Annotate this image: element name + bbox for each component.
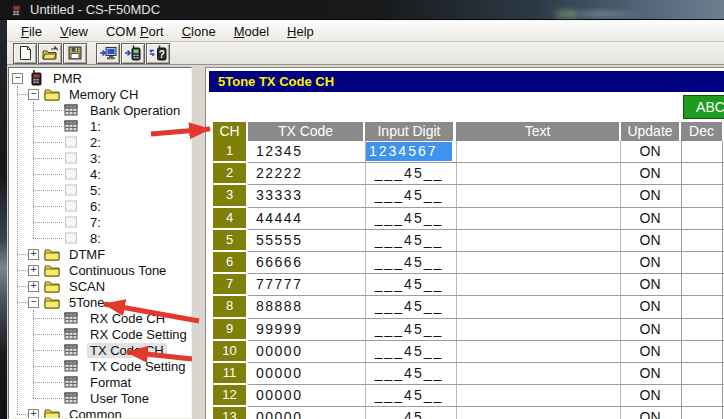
tree-expand-toggle[interactable]: +: [28, 409, 39, 419]
tree-item-2[interactable]: 2:: [9, 134, 191, 150]
update-cell[interactable]: ON: [621, 185, 679, 206]
update-cell[interactable]: ON: [621, 274, 679, 295]
input-digit-cell[interactable]: ___45__: [366, 185, 452, 206]
input-digit-cell[interactable]: ___45__: [366, 385, 452, 406]
tree-item-pmr[interactable]: − PMR: [9, 70, 191, 86]
tx-code-cell[interactable]: 44444: [248, 208, 363, 229]
tree-expand-toggle[interactable]: +: [28, 265, 39, 276]
input-digit-cell[interactable]: ___45__: [366, 319, 452, 340]
tree-item-common[interactable]: + Common: [9, 406, 191, 419]
update-cell[interactable]: ON: [621, 407, 679, 419]
text-cell[interactable]: [456, 296, 619, 317]
tree-item-scan[interactable]: + SCAN: [9, 278, 191, 294]
text-cell[interactable]: [456, 341, 619, 362]
tree-item-3[interactable]: 3:: [9, 150, 191, 166]
input-digit-cell[interactable]: 1234567: [366, 142, 452, 161]
update-cell[interactable]: ON: [621, 163, 679, 184]
tree-expand-toggle[interactable]: +: [28, 249, 39, 260]
update-cell[interactable]: ON: [621, 363, 679, 384]
tree-expand-toggle[interactable]: −: [28, 297, 39, 308]
open-button[interactable]: [38, 43, 62, 64]
row-header-ch[interactable]: 12: [213, 385, 246, 405]
input-digit-cell[interactable]: ___45__: [366, 274, 452, 295]
tree-item-rx-code-ch[interactable]: RX Code CH: [9, 310, 191, 326]
clone-write-button[interactable]: [121, 43, 145, 64]
update-cell[interactable]: ON: [621, 319, 679, 340]
row-header-ch[interactable]: 11: [213, 363, 246, 383]
tx-code-cell[interactable]: 99999: [248, 319, 363, 340]
tx-code-cell[interactable]: 00000: [248, 363, 363, 384]
text-cell[interactable]: [456, 385, 619, 406]
tx-code-cell[interactable]: 00000: [248, 341, 363, 362]
dec-cell[interactable]: [681, 208, 722, 229]
tx-code-cell[interactable]: 22222: [248, 163, 363, 184]
input-digit-cell[interactable]: ___45__: [366, 341, 452, 362]
text-cell[interactable]: [456, 407, 619, 419]
update-cell[interactable]: ON: [621, 141, 679, 162]
text-cell[interactable]: [456, 363, 619, 384]
row-header-ch[interactable]: 1: [213, 141, 246, 161]
abc-toggle-button[interactable]: ABC: [683, 95, 724, 119]
text-cell[interactable]: [456, 274, 619, 295]
dec-cell[interactable]: [681, 363, 722, 384]
dec-cell[interactable]: [681, 163, 722, 184]
update-cell[interactable]: ON: [621, 296, 679, 317]
input-digit-cell[interactable]: ___45__: [366, 163, 452, 184]
tx-code-cell[interactable]: 77777: [248, 274, 363, 295]
row-header-ch[interactable]: 10: [213, 341, 246, 361]
app-icon[interactable]: [8, 2, 24, 18]
tree-item-4[interactable]: 4:: [9, 166, 191, 182]
input-digit-cell[interactable]: ___45__: [366, 230, 452, 251]
update-cell[interactable]: ON: [621, 230, 679, 251]
row-header-ch[interactable]: 5: [213, 230, 246, 250]
tx-code-cell[interactable]: 00000: [248, 407, 363, 419]
tree-expand-toggle[interactable]: +: [28, 281, 39, 292]
input-digit-cell[interactable]: ___45__: [366, 252, 452, 273]
text-cell[interactable]: [456, 252, 619, 273]
update-cell[interactable]: ON: [621, 252, 679, 273]
menu-help[interactable]: Help: [278, 22, 323, 41]
text-cell[interactable]: [456, 141, 619, 162]
tree-item-8[interactable]: 8:: [9, 230, 191, 246]
update-cell[interactable]: ON: [621, 341, 679, 362]
tree-item-tx-code-ch[interactable]: TX Code CH: [9, 342, 191, 358]
clone-info-button[interactable]: ?: [146, 43, 170, 64]
tree-item-continuous-tone[interactable]: + Continuous Tone: [9, 262, 191, 278]
text-cell[interactable]: [456, 230, 619, 251]
input-digit-cell[interactable]: ___45__: [366, 296, 452, 317]
menu-model[interactable]: Model: [225, 22, 278, 41]
row-header-ch[interactable]: 8: [213, 296, 246, 316]
dec-cell[interactable]: [681, 385, 722, 406]
new-button[interactable]: [13, 43, 37, 64]
dec-cell[interactable]: [681, 185, 722, 206]
tree-item-user-tone[interactable]: User Tone: [9, 390, 191, 406]
row-header-ch[interactable]: 7: [213, 274, 246, 294]
tx-code-cell[interactable]: 55555: [248, 230, 363, 251]
menu-com-port[interactable]: COM Port: [97, 22, 173, 41]
tree-item-1[interactable]: 1:: [9, 118, 191, 134]
tree-expand-toggle[interactable]: −: [28, 89, 39, 100]
dec-cell[interactable]: [681, 296, 722, 317]
tree-item-rx-code-setting[interactable]: RX Code Setting: [9, 326, 191, 342]
tx-code-cell[interactable]: 88888: [248, 296, 363, 317]
text-cell[interactable]: [456, 319, 619, 340]
tx-code-cell[interactable]: 33333: [248, 185, 363, 206]
tree-item-tx-code-setting[interactable]: TX Code Setting: [9, 358, 191, 374]
text-cell[interactable]: [456, 208, 619, 229]
row-header-ch[interactable]: 4: [213, 208, 246, 228]
row-header-ch[interactable]: 6: [213, 252, 246, 272]
text-cell[interactable]: [456, 185, 619, 206]
input-digit-cell[interactable]: ___45__: [366, 363, 452, 384]
dec-cell[interactable]: [681, 341, 722, 362]
tx-code-cell[interactable]: 00000: [248, 385, 363, 406]
tree-item-6[interactable]: 6:: [9, 198, 191, 214]
clone-read-button[interactable]: [96, 43, 120, 64]
tree-item-memory-ch[interactable]: − Memory CH: [9, 86, 191, 102]
dec-cell[interactable]: [681, 141, 722, 162]
tree-item-format[interactable]: Format: [9, 374, 191, 390]
dec-cell[interactable]: [681, 407, 722, 419]
row-header-ch[interactable]: 3: [213, 185, 246, 205]
tree-item-7[interactable]: 7:: [9, 214, 191, 230]
input-digit-cell[interactable]: ___45__: [366, 407, 452, 419]
update-cell[interactable]: ON: [621, 208, 679, 229]
